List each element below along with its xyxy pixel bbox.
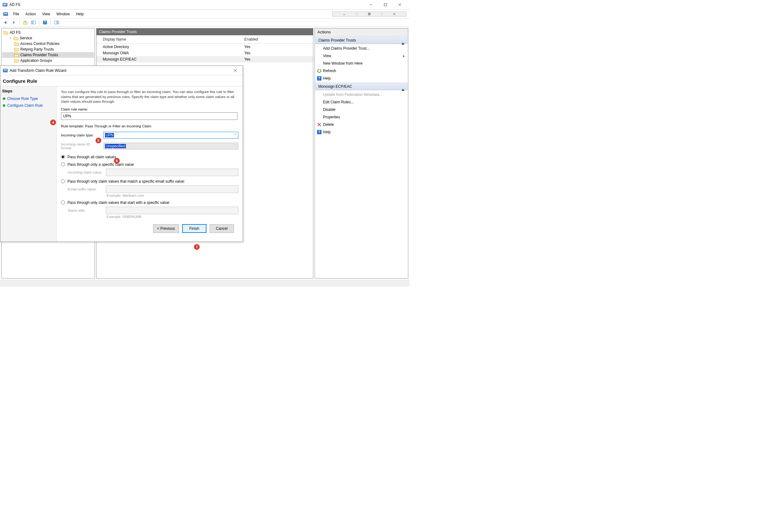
annotation-marker: 5 [96,138,101,143]
example-starts-with: Example: FABRIKAM\ [107,215,238,219]
radio-label: Pass through only claim values that matc… [68,179,185,184]
toolbar-forward-button[interactable] [10,19,18,26]
toolbar-showhide-tree-button[interactable] [30,19,37,26]
window-maximize-button[interactable] [378,0,393,9]
previous-button[interactable]: < Previous [153,224,179,233]
radio-input[interactable] [61,200,65,204]
tree-item-acp[interactable]: Access Control Policies [2,41,94,47]
tree-item-appgroups[interactable]: Application Groups [2,58,94,64]
label-email-suffix: Email suffix value: [68,187,103,191]
window-close-button[interactable] [393,0,407,9]
action-edit-claim-rules[interactable]: Edit Claim Rules... [315,98,408,106]
radio-pass-specific[interactable]: Pass through only a specific claim value [61,162,238,167]
actions-group-label: Claims Provider Trusts [318,38,356,42]
window-minimize-button[interactable] [364,0,378,9]
mdi-close-button[interactable] [382,12,406,17]
folder-icon [3,30,8,35]
menu-view[interactable]: View [40,11,53,18]
dialog-title: Add Transform Claim Rule Wizard [10,68,230,73]
action-delete[interactable]: Delete [315,121,408,128]
svg-marker-15 [13,21,15,24]
incoming-claim-type-select[interactable]: UPN ˅ [103,132,238,139]
annotation-marker: 6 [114,158,119,163]
help-icon: ? [317,76,322,81]
action-label: Delete [323,122,334,127]
dialog-close-button[interactable] [230,66,240,75]
folder-icon [14,36,19,40]
form-description: You can configure this rule to pass thro… [61,90,238,104]
menu-action[interactable]: Action [23,11,38,18]
actions-group-label: Monosign ECP/EAC [318,84,352,89]
svg-rect-1 [3,4,7,4]
wizard-form: You can configure this rule to pass thro… [57,86,243,242]
action-update-federation: Update from Federation Metadata... [315,91,408,98]
tree-item-label: Relying Party Trusts [20,47,54,52]
tree-root[interactable]: AD FS [2,30,94,35]
action-properties[interactable]: Properties [315,113,408,121]
svg-rect-7 [3,13,8,16]
tree-item-service[interactable]: › Service [2,35,94,41]
menu-window[interactable]: Window [54,11,72,18]
table-row[interactable]: Monosign OWA Yes [97,50,313,56]
radio-pass-all[interactable]: Pass through all claim values [61,155,238,159]
cell-enabled: Yes [244,51,307,55]
toolbar-back-button[interactable] [2,19,9,26]
radio-input[interactable] [61,179,65,183]
label-incoming-claim-type: Incoming claim type: [61,133,101,137]
actions-group-header-selection[interactable]: Monosign ECP/EAC [315,83,407,90]
menu-file[interactable]: File [11,11,22,18]
rule-name-input[interactable] [61,112,237,120]
toolbar-up-button[interactable] [22,19,29,26]
annotation-marker: 4 [50,119,56,125]
svg-rect-22 [54,21,57,24]
mdi-restore-button[interactable] [357,12,381,17]
action-label: Update from Federation Metadata... [323,92,382,97]
finish-button[interactable]: Finish [182,224,207,233]
svg-text:?: ? [44,20,46,25]
svg-rect-31 [3,69,8,72]
step-dot-icon [3,104,5,107]
actions-group-header-cpt[interactable]: Claims Provider Trusts [315,36,407,44]
wizard-step-configure[interactable]: Configure Claim Rule [0,102,56,109]
svg-rect-8 [4,13,7,14]
action-label: Properties [323,115,340,119]
table-row[interactable]: Monosign ECP/EAC Yes [97,56,313,63]
svg-rect-16 [24,22,27,24]
action-view[interactable]: View [315,52,408,60]
toolbar-help-button[interactable]: ? [41,19,49,26]
cell-display: Monosign ECP/EAC [103,57,244,62]
menu-help[interactable]: Help [73,11,86,18]
radio-input[interactable] [61,162,65,166]
wizard-step-choose-type[interactable]: Choose Rule Type [0,95,56,102]
action-help[interactable]: ? Help [315,75,408,82]
statusbar [0,280,409,287]
folder-open-icon [14,53,19,57]
mdi-minimize-button[interactable] [332,12,356,17]
radio-pass-starts-with[interactable]: Pass through only claim values that star… [61,200,238,205]
column-header-enabled[interactable]: Enabled [244,37,307,42]
tree-item-cpt[interactable]: Claims Provider Trusts [2,52,94,58]
tree-item-rpt[interactable]: Relying Party Trusts [2,47,94,52]
collapse-icon[interactable] [402,38,404,42]
action-disable[interactable]: Disable [315,106,408,113]
radio-pass-email-suffix[interactable]: Pass through only claim values that matc… [61,179,238,184]
action-help[interactable]: ? Help [315,128,408,136]
table-row[interactable]: Active Directory Yes [97,44,313,50]
step-dot-icon [3,97,5,100]
expand-icon[interactable]: › [9,36,12,40]
action-new-window[interactable]: New Window from Here [315,60,408,67]
action-add-cpt[interactable]: Add Claims Provider Trust... [315,45,408,52]
column-header-display[interactable]: Display Name [103,37,244,42]
collapse-icon[interactable] [402,84,404,89]
label-rule-template: Rule template: Pass Through or Filter an… [61,124,238,128]
wizard-dialog: Add Transform Claim Rule Wizard Configur… [0,66,243,242]
cancel-button[interactable]: Cancel [210,224,234,233]
menubar: File Action View Window Help [0,10,409,18]
incoming-value-input [106,169,238,176]
action-refresh[interactable]: Refresh [315,67,408,75]
dialog-titlebar[interactable]: Add Transform Claim Rule Wizard [0,66,243,75]
radio-input[interactable] [61,155,65,159]
svg-marker-24 [320,69,321,70]
toolbar-showhide-action-button[interactable] [53,19,60,26]
adfs-app-icon [3,2,8,7]
